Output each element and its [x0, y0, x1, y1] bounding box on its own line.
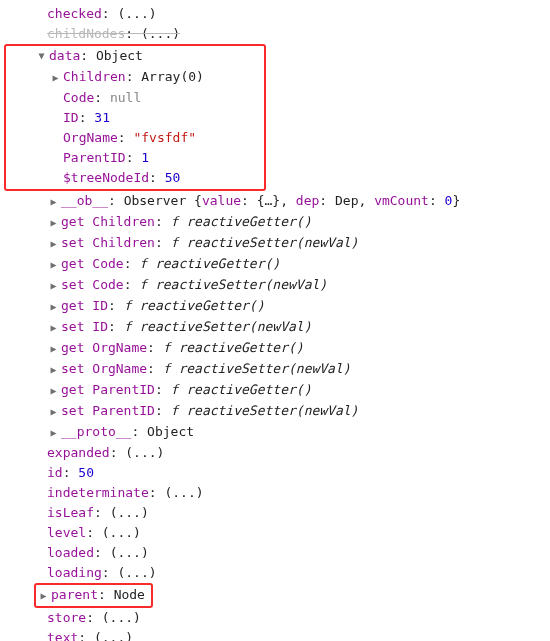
chevron-down-icon[interactable]: ▼ [36, 46, 47, 66]
prop-value: Observer {value: {…}, dep: Dep, vmCount:… [124, 191, 461, 211]
prop-value: "fvsfdf" [133, 128, 196, 148]
prop-row[interactable]: isLeaf: (...) [4, 503, 546, 523]
prop-row[interactable]: store: (...) [4, 608, 546, 628]
prop-row[interactable]: expanded: (...) [4, 443, 546, 463]
prop-key: Children [63, 67, 126, 87]
prop-key: __ob__ [61, 191, 108, 211]
prop-value: 50 [165, 168, 181, 188]
prop-row-expandable[interactable]: ▶get ID: f reactiveGetter() [4, 296, 546, 317]
chevron-right-icon[interactable]: ▶ [38, 586, 49, 606]
prop-key: Code [63, 88, 94, 108]
chevron-right-icon[interactable]: ▶ [50, 68, 61, 88]
prop-key: OrgName [63, 128, 118, 148]
prop-row-expandable[interactable]: ▶__proto__: Object [4, 422, 546, 443]
chevron-right-icon[interactable]: ▶ [48, 318, 59, 338]
highlight-box-data: ▼ data : Object ▶ Children : Array(0) Co… [4, 44, 266, 191]
prop-value: (...) [141, 24, 180, 44]
prop-row[interactable]: indeterminate: (...) [4, 483, 546, 503]
prop-row[interactable]: loaded: (...) [4, 543, 546, 563]
prop-row[interactable]: level: (...) [4, 523, 546, 543]
chevron-right-icon[interactable]: ▶ [48, 276, 59, 296]
prop-key: ParentID [63, 148, 126, 168]
prop-row[interactable]: ID : 31 [6, 108, 260, 128]
prop-row-expandable[interactable]: ▶set ID: f reactiveSetter(newVal) [4, 317, 546, 338]
prop-row[interactable]: loading: (...) [4, 563, 546, 583]
prop-row[interactable]: checked : (...) [4, 4, 546, 24]
prop-row-expandable[interactable]: ▶get Children: f reactiveGetter() [4, 212, 546, 233]
prop-value: null [110, 88, 141, 108]
prop-row[interactable]: id: 50 [4, 463, 546, 483]
prop-row[interactable]: Code : null [6, 88, 260, 108]
prop-row[interactable]: text: (...) [4, 628, 546, 641]
chevron-right-icon[interactable]: ▶ [48, 297, 59, 317]
prop-row[interactable]: $treeNodeId : 50 [6, 168, 260, 188]
chevron-right-icon[interactable]: ▶ [48, 192, 59, 212]
prop-row-expandable[interactable]: ▶set ParentID: f reactiveSetter(newVal) [4, 401, 546, 422]
prop-key: checked [47, 4, 102, 24]
chevron-right-icon[interactable]: ▶ [48, 381, 59, 401]
prop-value: Object [96, 46, 143, 66]
highlight-box-parent: ▶parent: Node [34, 583, 153, 608]
prop-value: 31 [94, 108, 110, 128]
prop-key: $treeNodeId [63, 168, 149, 188]
prop-row-expandable[interactable]: ▶set OrgName: f reactiveSetter(newVal) [4, 359, 546, 380]
prop-row-expandable[interactable]: ▶ Children : Array(0) [6, 67, 260, 88]
chevron-right-icon[interactable]: ▶ [48, 339, 59, 359]
prop-key: ID [63, 108, 79, 128]
chevron-right-icon[interactable]: ▶ [48, 402, 59, 422]
prop-key: childNodes [47, 24, 125, 44]
prop-row-expandable[interactable]: ▶set Code: f reactiveSetter(newVal) [4, 275, 546, 296]
chevron-right-icon[interactable]: ▶ [48, 423, 59, 443]
prop-value[interactable]: (...) [117, 4, 156, 24]
prop-value: 1 [141, 148, 149, 168]
chevron-right-icon[interactable]: ▶ [48, 234, 59, 254]
prop-row-expandable[interactable]: ▶set Children: f reactiveSetter(newVal) [4, 233, 546, 254]
chevron-right-icon[interactable]: ▶ [48, 360, 59, 380]
prop-row-expandable[interactable]: ▶get Code: f reactiveGetter() [4, 254, 546, 275]
prop-row-disabled: childNodes : (...) [4, 24, 546, 44]
prop-row-expandable[interactable]: ▶parent: Node [4, 583, 546, 608]
prop-row-expandable[interactable]: ▶get OrgName: f reactiveGetter() [4, 338, 546, 359]
prop-row[interactable]: OrgName : "fvsfdf" [6, 128, 260, 148]
prop-row-expandable[interactable]: ▶ __ob__ : Observer {value: {…}, dep: De… [4, 191, 546, 212]
chevron-right-icon[interactable]: ▶ [48, 255, 59, 275]
prop-value: Array(0) [141, 67, 204, 87]
prop-row[interactable]: ParentID : 1 [6, 148, 260, 168]
prop-row-expandable[interactable]: ▼ data : Object [6, 46, 260, 67]
chevron-right-icon[interactable]: ▶ [48, 213, 59, 233]
prop-key: data [49, 46, 80, 66]
prop-row-expandable[interactable]: ▶get ParentID: f reactiveGetter() [4, 380, 546, 401]
